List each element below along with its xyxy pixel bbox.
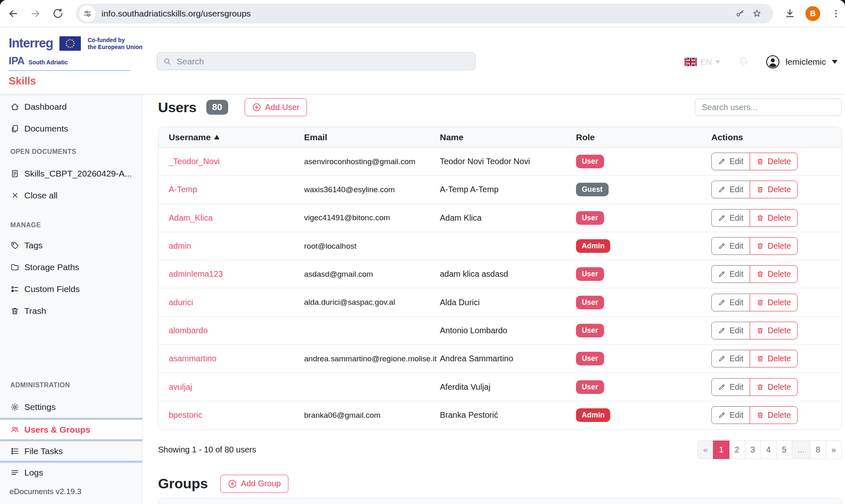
tag-icon <box>10 241 19 250</box>
chevron-down-icon <box>832 60 838 64</box>
language-selector[interactable]: EN <box>684 57 720 67</box>
edit-button[interactable]: Edit <box>711 378 750 396</box>
edit-button[interactable]: Edit <box>711 294 750 311</box>
users-count-badge: 80 <box>206 100 228 115</box>
page-button[interactable]: 4 <box>760 440 777 459</box>
page-button[interactable]: 8 <box>810 440 826 459</box>
user-username[interactable]: bpestoric <box>169 410 304 420</box>
role-badge: User <box>576 155 604 168</box>
column-header-role[interactable]: Role <box>576 132 711 142</box>
user-username[interactable]: adurici <box>169 298 304 307</box>
sidebar-item-storage-paths[interactable]: Storage Paths <box>0 256 142 278</box>
edit-button[interactable]: Edit <box>711 181 750 198</box>
column-header-username[interactable]: Username <box>169 132 304 142</box>
delete-button-label: Delete <box>768 410 791 420</box>
user-username[interactable]: A-Temp <box>169 185 304 194</box>
global-search-input[interactable] <box>177 57 469 66</box>
add-user-button[interactable]: Add User <box>245 98 307 116</box>
search-users-input[interactable] <box>695 99 842 116</box>
sidebar-item-settings[interactable]: Settings <box>0 396 142 418</box>
delete-button[interactable]: Delete <box>750 350 798 367</box>
page-button[interactable]: 5 <box>776 440 792 459</box>
sidebar-item-users-groups[interactable]: Users & Groups <box>0 420 142 439</box>
browser-reload-button[interactable] <box>49 5 67 23</box>
page-button[interactable]: 2 <box>729 440 745 459</box>
sidebar-item-tags[interactable]: Tags <box>0 234 142 256</box>
delete-button[interactable]: Delete <box>750 237 798 255</box>
delete-button[interactable]: Delete <box>750 406 798 424</box>
edit-button[interactable]: Edit <box>711 237 750 255</box>
edit-button[interactable]: Edit <box>711 322 750 339</box>
sidebar-section-manage: MANAGE <box>0 219 142 231</box>
edit-button[interactable]: Edit <box>711 153 750 170</box>
delete-button[interactable]: Delete <box>750 378 798 396</box>
user-username[interactable]: Adam_Klica <box>169 213 304 223</box>
user-username[interactable]: _Teodor_Novi <box>169 157 304 166</box>
delete-button[interactable]: Delete <box>750 153 798 170</box>
page-button[interactable]: 3 <box>745 440 761 459</box>
password-key-icon[interactable] <box>732 5 748 22</box>
delete-button-label: Delete <box>768 213 791 223</box>
add-group-button[interactable]: Add Group <box>220 475 288 493</box>
delete-button[interactable]: Delete <box>750 209 798 227</box>
logo-area: South Adriatic <box>28 59 68 66</box>
user-username[interactable]: alombardo <box>169 326 304 335</box>
browser-profile-avatar[interactable]: B <box>805 6 820 21</box>
browser-menu-button[interactable] <box>827 5 845 23</box>
pencil-icon <box>718 383 726 391</box>
logo-underline <box>9 70 131 71</box>
language-code: EN <box>700 57 712 67</box>
pencil-icon <box>718 327 726 334</box>
edit-button-label: Edit <box>729 410 744 420</box>
sidebar-item-custom-fields[interactable]: Custom Fields <box>0 278 142 300</box>
search-icon <box>163 57 172 66</box>
page-button[interactable]: » <box>826 440 842 459</box>
notifications-button[interactable] <box>738 56 749 68</box>
delete-button-label: Delete <box>768 241 791 251</box>
eu-caption: Co-funded by the European Union <box>87 36 142 51</box>
sidebar-item-close-all[interactable]: Close all <box>0 184 142 206</box>
pagination: «12345...8» <box>697 440 842 459</box>
browser-forward-button[interactable] <box>26 5 45 23</box>
edit-button[interactable]: Edit <box>711 209 750 227</box>
browser-back-button[interactable] <box>4 5 22 23</box>
delete-button[interactable]: Delete <box>750 294 798 311</box>
sidebar-item-trash[interactable]: Trash <box>0 300 142 322</box>
user-username[interactable]: admin <box>169 241 304 251</box>
user-username[interactable]: asammartino <box>169 354 304 363</box>
edit-button[interactable]: Edit <box>711 350 750 367</box>
custom-fields-icon <box>10 285 19 294</box>
sidebar-item-logs[interactable]: Logs <box>0 463 142 482</box>
user-username[interactable]: adminlema123 <box>169 269 304 279</box>
url-text[interactable]: info.southadriaticskills.org/usersgroups <box>101 9 732 19</box>
trash-icon <box>756 242 764 250</box>
delete-button[interactable]: Delete <box>750 265 798 283</box>
delete-button[interactable]: Delete <box>750 322 798 339</box>
url-bar[interactable]: info.southadriaticskills.org/usersgroups <box>76 4 773 24</box>
download-button[interactable] <box>781 5 799 23</box>
user-menu[interactable]: lemiclemic <box>766 55 838 69</box>
site-info-icon[interactable] <box>79 5 96 22</box>
edit-button[interactable]: Edit <box>711 265 750 283</box>
column-header-name[interactable]: Name <box>440 132 576 142</box>
sidebar-item-file-tasks[interactable]: File Tasks <box>0 441 142 461</box>
role-badge: User <box>576 324 604 337</box>
page-button[interactable]: 1 <box>713 440 729 459</box>
user-username[interactable]: avuljaj <box>169 382 304 392</box>
sidebar-item-documents[interactable]: Documents <box>0 118 142 139</box>
close-icon <box>10 191 19 200</box>
global-search[interactable] <box>157 52 475 70</box>
folder-icon <box>10 263 19 272</box>
page-button: « <box>697 440 713 459</box>
sidebar-item-dashboard[interactable]: Dashboard <box>0 96 142 118</box>
table-row: alombardo Antonio Lombardo User Edit Del… <box>158 317 841 345</box>
users-groups-icon <box>10 425 19 434</box>
delete-button[interactable]: Delete <box>750 181 798 198</box>
column-header-email[interactable]: Email <box>304 132 440 142</box>
bookmark-star-icon[interactable] <box>748 5 765 22</box>
column-header-actions: Actions <box>711 132 841 142</box>
sidebar-item-open-document[interactable]: Skills_CBPT_20260429-A... <box>0 163 142 184</box>
edit-button[interactable]: Edit <box>711 406 750 424</box>
forward-arrow-icon <box>30 8 41 19</box>
delete-button-label: Delete <box>768 269 791 279</box>
